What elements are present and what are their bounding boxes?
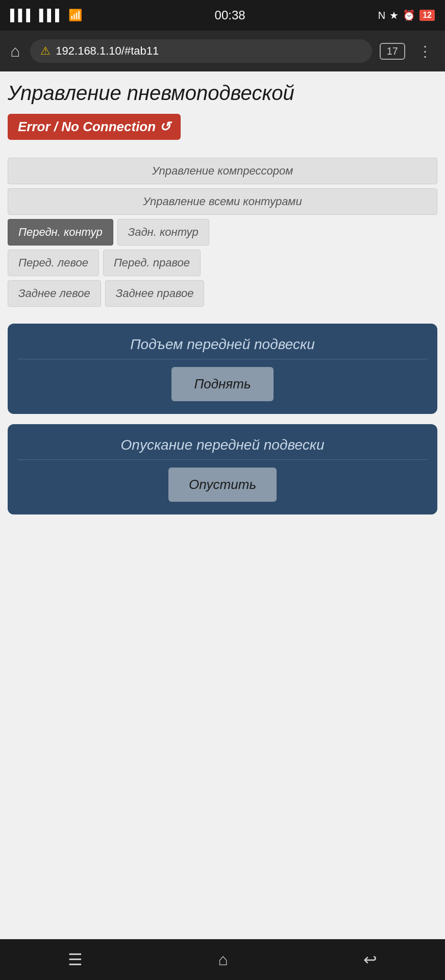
bottom-navigation-bar: ☰ ⌂ ↩ (0, 939, 445, 980)
nav-btn-rear-right[interactable]: Заднее правое (105, 280, 205, 307)
browser-home-button[interactable]: ⌂ (8, 39, 22, 63)
url-bar[interactable]: ⚠ 192.168.1.10/#tab11 (30, 39, 372, 63)
bottom-home-button[interactable]: ⌂ (203, 945, 243, 974)
status-bar-time: 00:38 (215, 8, 245, 22)
bottom-menu-button[interactable]: ☰ (53, 945, 98, 974)
alarm-icon: ⏰ (403, 9, 415, 21)
navigation-section: Управление компрессором Управление всеми… (8, 155, 437, 313)
nfc-icon: N (378, 10, 385, 21)
lift-card-title: Подъем передней подвески (18, 336, 427, 359)
lower-card-title: Опускание передней подвески (18, 437, 427, 460)
nav-btn-rear-circuit[interactable]: Задн. контур (117, 219, 209, 246)
lower-card: Опускание передней подвески Опустить (8, 424, 437, 514)
signal-icon-1: ▌▌▌ (10, 9, 34, 22)
error-badge[interactable]: Error / No Connection ↺ (8, 114, 181, 140)
nav-btn-rear-left[interactable]: Заднее левое (8, 280, 101, 307)
nav-btn-front-circuit[interactable]: Передн. контур (8, 219, 113, 246)
nav-btn-front-left[interactable]: Перед. левое (8, 250, 99, 276)
page-content: Управление пневмоподвеской Error / No Co… (0, 71, 445, 939)
signal-icon-2: ▌▌▌ (39, 9, 63, 22)
battery-indicator: 12 (419, 10, 435, 21)
page-title: Управление пневмоподвеской (8, 82, 437, 105)
wifi-icon: 📶 (68, 9, 82, 22)
url-warning-icon: ⚠ (40, 44, 51, 58)
nav-btn-front-right[interactable]: Перед. правое (103, 250, 201, 276)
browser-bar: ⌂ ⚠ 192.168.1.10/#tab11 17 ⋮ (0, 31, 445, 71)
nav-row-2: Управление всеми контурами (8, 188, 437, 215)
nav-btn-compressor[interactable]: Управление компрессором (8, 158, 437, 184)
url-text: 192.168.1.10/#tab11 (56, 44, 159, 58)
nav-row-3: Передн. контур Задн. контур (8, 219, 437, 246)
status-bar: ▌▌▌ ▌▌▌ 📶 00:38 N ★ ⏰ 12 (0, 0, 445, 31)
nav-row-5: Заднее левое Заднее правое (8, 280, 437, 307)
lower-button[interactable]: Опустить (168, 468, 277, 502)
status-bar-right: N ★ ⏰ 12 (378, 9, 435, 21)
status-bar-left: ▌▌▌ ▌▌▌ 📶 (10, 9, 82, 22)
tab-count-badge[interactable]: 17 (380, 43, 405, 60)
browser-menu-button[interactable]: ⋮ (413, 40, 437, 62)
nav-row-4: Перед. левое Перед. правое (8, 250, 437, 276)
bottom-back-button[interactable]: ↩ (348, 945, 392, 974)
bluetooth-icon: ★ (389, 9, 399, 21)
error-badge-text: Error / No Connection ↺ (18, 119, 170, 135)
nav-btn-all-circuits[interactable]: Управление всеми контурами (8, 188, 437, 215)
lift-button[interactable]: Поднять (171, 367, 274, 401)
lift-card: Подъем передней подвески Поднять (8, 324, 437, 414)
nav-row-1: Управление компрессором (8, 158, 437, 184)
